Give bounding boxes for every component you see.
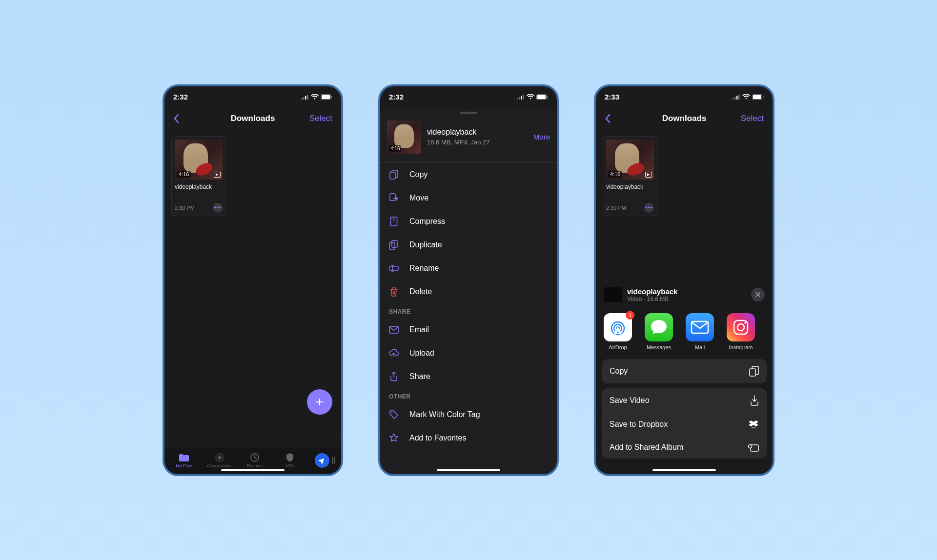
signal-icon [733,94,740,100]
svg-rect-5 [322,95,330,99]
browser-button[interactable] [311,453,336,468]
tab-recents[interactable]: Recents [240,453,269,468]
page-title: Downloads [231,114,275,123]
svg-rect-33 [753,95,761,99]
svg-rect-14 [519,97,520,100]
tag-icon [389,410,399,420]
menu-email[interactable]: Email [380,318,557,341]
home-indicator[interactable] [652,469,716,471]
menu-copy[interactable]: Copy [380,163,557,186]
svg-rect-19 [547,96,548,98]
download-icon [750,395,759,406]
file-item[interactable]: 4:16 videoplayback 2:30 PM ••• [603,136,657,216]
file-item[interactable]: 4:16 videoplayback 2:30 PM ••• [171,136,226,216]
signal-icon [301,94,309,100]
svg-rect-12 [334,457,335,464]
menu-compress[interactable]: Compress [380,210,557,233]
share-app-messages[interactable]: Messages [645,313,673,350]
share-header: videoplayback Video · 16.6 MB [602,285,767,309]
video-icon [214,172,221,178]
svg-rect-31 [738,95,740,100]
menu-share[interactable]: Share [380,365,557,388]
shared-album-icon [748,443,759,452]
svg-rect-16 [523,95,524,100]
back-button[interactable] [173,114,179,123]
menu-color-tag[interactable]: Mark With Color Tag [380,403,557,426]
navigation-bar: Downloads Select [164,108,341,129]
connections-icon [214,453,225,462]
menu-upload[interactable]: Upload [380,341,557,365]
share-app-instagram[interactable]: Instagram [727,313,755,350]
messages-icon [645,313,673,341]
tab-vpn[interactable]: VPN [275,453,305,468]
add-button[interactable]: + [307,389,332,415]
svg-rect-29 [734,97,736,100]
wifi-icon [527,94,534,100]
menu-delete[interactable]: Delete [380,280,557,303]
compress-icon [389,217,399,226]
duration-badge: 4:16 [608,171,622,178]
sheet-header: 4:16 videoplayback 16.6 MB, MP4, Jan 27 … [380,117,557,163]
svg-point-27 [391,412,393,413]
svg-rect-11 [332,457,333,464]
tab-my-files[interactable]: My Files [169,453,199,468]
home-indicator[interactable] [437,469,500,471]
move-icon [389,193,399,203]
duration-badge: 4:16 [177,171,191,178]
svg-rect-1 [303,97,305,100]
svg-rect-25 [389,266,398,270]
select-button[interactable]: Select [309,114,332,123]
star-icon [389,433,399,443]
action-shared-album[interactable]: Add to Shared Album [602,436,767,459]
file-name: videoplayback [175,183,223,190]
screen-actions: 2:32 4:16 videoplayback 16.6 MB, MP4, Ja… [378,84,559,476]
sheet-grabber[interactable] [460,112,477,114]
share-app-mail[interactable]: Mail [686,313,714,350]
folder-icon [179,453,189,462]
share-action-list: Copy Save Video Save to Dropbox Add to S… [602,359,767,459]
svg-rect-3 [307,95,308,100]
close-button[interactable] [751,288,765,301]
tab-connections[interactable]: Connections [205,453,234,468]
action-copy[interactable]: Copy [602,359,767,383]
svg-point-40 [737,324,744,331]
home-indicator[interactable] [221,469,285,471]
action-save-dropbox[interactable]: Save to Dropbox [602,413,767,436]
page-title: Downloads [662,114,707,123]
menu-duplicate[interactable]: Duplicate [380,233,557,257]
battery-icon [752,94,764,100]
share-icon [389,372,399,381]
file-metadata: 16.6 MB, MP4, Jan 27 [427,139,533,146]
svg-rect-28 [733,98,734,100]
svg-point-44 [749,444,752,448]
menu-list[interactable]: Copy Move Compress Duplicate Rename Dele… [380,163,557,474]
select-button[interactable]: Select [741,114,764,123]
file-timestamp: 2:30 PM [175,205,195,211]
ios-share-sheet: videoplayback Video · 16.6 MB 1 AirDrop [596,280,773,474]
battery-icon [536,94,548,100]
notification-badge: 1 [626,311,634,320]
share-app-airdrop[interactable]: 1 AirDrop [604,313,632,350]
action-sheet: 4:16 videoplayback 16.6 MB, MP4, Jan 27 … [380,109,557,474]
svg-rect-21 [390,194,395,200]
svg-rect-20 [390,172,395,179]
svg-rect-6 [331,96,332,98]
svg-rect-30 [736,96,738,100]
clock-icon [249,453,260,462]
more-options-button[interactable]: ••• [644,203,654,213]
section-share-label: SHARE [380,303,557,318]
action-save-video[interactable]: Save Video [602,388,767,413]
more-options-button[interactable]: ••• [213,203,223,213]
menu-add-favorite[interactable]: Add to Favorites [380,426,557,450]
status-time: 2:33 [605,93,619,101]
video-thumbnail: 4:16 [606,140,654,180]
battery-icon [321,94,332,100]
navigation-bar: Downloads Select [596,108,773,129]
screen-share-sheet: 2:33 Downloads Select 4:16 videoplayback… [594,84,774,476]
share-apps-row[interactable]: 1 AirDrop Messages Mail [602,309,767,359]
more-button[interactable]: More [533,133,550,141]
menu-rename[interactable]: Rename [380,257,557,280]
back-button[interactable] [605,114,611,123]
menu-move[interactable]: Move [380,186,557,210]
status-indicators [301,94,332,100]
